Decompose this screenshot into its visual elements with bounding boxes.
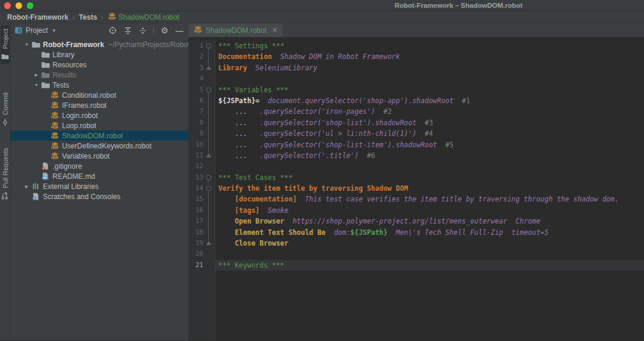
stripe-tab-pull-requests[interactable]: Pull Requests xyxy=(1,144,10,203)
tree-item-conditional-robot[interactable]: Conditional.robot xyxy=(11,90,188,100)
fold-gutter xyxy=(203,172,215,183)
code-text[interactable]: *** Test Cases *** xyxy=(215,172,644,183)
tree-chevron-icon[interactable]: ▼ xyxy=(23,42,31,46)
gitignore-icon xyxy=(41,162,50,171)
code-line-18[interactable]: 18 Element Text Should Be dom:${JSPath} … xyxy=(188,227,644,238)
line-number: 8 xyxy=(188,117,203,128)
tree-item-iframes-robot[interactable]: IFrames.robot xyxy=(11,100,188,110)
editor-body[interactable]: 1*** Settings ***2Documentation Shadow D… xyxy=(188,38,644,340)
code-line-10[interactable]: 10 ... .querySelector('shop-list-item').… xyxy=(188,140,644,150)
breadcrumb-tests[interactable]: Tests xyxy=(79,13,97,21)
code-text[interactable]: *** Variables *** xyxy=(215,85,644,95)
fold-end-icon[interactable] xyxy=(206,241,212,245)
code-text[interactable]: ${JSPath}= document.querySelector('shop-… xyxy=(215,95,644,106)
tree-item-results[interactable]: ▶Results xyxy=(11,70,188,80)
close-window-button[interactable] xyxy=(4,2,11,9)
close-tab-icon[interactable]: ✕ xyxy=(272,26,277,34)
expand-collapse-icon[interactable] xyxy=(138,26,147,35)
code-line-7[interactable]: 7 ... .querySelector('iron-pages') #2 xyxy=(188,106,644,117)
collapse-all-icon[interactable] xyxy=(123,26,132,35)
editor-empty-area[interactable] xyxy=(188,271,644,340)
code-text[interactable]: ... .querySelector('shop-list-item').sha… xyxy=(215,140,644,150)
code-text[interactable] xyxy=(215,161,644,172)
fold-start-icon[interactable] xyxy=(206,88,211,92)
code-text[interactable]: ... .querySelector('iron-pages') #2 xyxy=(215,106,644,117)
code-text[interactable] xyxy=(215,73,644,84)
code-line-16[interactable]: 16 [tags] Smoke xyxy=(188,205,644,216)
code-line-4[interactable]: 4 xyxy=(188,73,644,84)
settings-gear-icon[interactable]: ⚙ xyxy=(160,26,169,35)
tree-chevron-icon[interactable]: ▶ xyxy=(32,73,41,78)
editor-tab-shadowdom[interactable]: ShadowDOM.robot ✕ xyxy=(188,23,283,37)
stripe-tab-project[interactable]: Project xyxy=(1,25,10,64)
folder-icon xyxy=(41,50,50,60)
tree-chevron-icon[interactable]: ▼ xyxy=(32,83,41,87)
code-line-1[interactable]: 1*** Settings *** xyxy=(188,41,644,51)
fold-start-icon[interactable] xyxy=(206,175,211,180)
fold-gutter xyxy=(203,205,215,216)
fold-end-icon[interactable] xyxy=(206,154,212,157)
code-line-3[interactable]: 3Library SeleniumLibrary xyxy=(188,63,644,73)
fold-end-icon[interactable] xyxy=(206,66,212,70)
tree-item-label: Conditional.robot xyxy=(62,91,116,100)
code-line-5[interactable]: 5*** Variables *** xyxy=(188,85,644,95)
code-text[interactable]: *** Keywords *** xyxy=(215,260,644,271)
hide-icon[interactable]: — xyxy=(175,26,184,35)
tree-item-robot-framework[interactable]: ▼Robot-Framework~/PycharmProjects/Robot-… xyxy=(11,39,188,49)
code-text[interactable]: Verify the item title by traversing Shad… xyxy=(215,183,644,194)
tree-item-variables-robot[interactable]: Variables.robot xyxy=(11,151,188,161)
tree-item-resources[interactable]: Resources xyxy=(11,60,188,70)
breadcrumb-separator: › xyxy=(101,14,104,21)
code-text[interactable]: Open Browser https://shop.polymer-projec… xyxy=(215,216,644,227)
project-view-selector[interactable]: Project ▾ xyxy=(15,26,55,35)
code-line-14[interactable]: 14Verify the item title by traversing Sh… xyxy=(188,183,644,194)
tree-chevron-icon[interactable]: ▶ xyxy=(23,184,31,189)
tree-item-loop-robot[interactable]: Loop.robot xyxy=(11,120,188,131)
code-text[interactable]: [documentation] This test case verifies … xyxy=(215,194,644,204)
code-text[interactable]: *** Settings *** xyxy=(215,41,644,51)
code-text[interactable]: Library SeleniumLibrary xyxy=(215,63,644,73)
stripe-tab-commit[interactable]: Commit xyxy=(1,89,10,130)
code-text[interactable]: [tags] Smoke xyxy=(215,205,644,216)
code-text[interactable] xyxy=(215,249,644,259)
robot-icon xyxy=(50,111,60,120)
code-text[interactable]: Close Browser xyxy=(215,238,644,249)
tree-item-scratches-and-consoles[interactable]: Scratches and Consoles xyxy=(11,191,188,202)
minimize-window-button[interactable] xyxy=(16,2,22,9)
code-text[interactable]: Documentation Shadow DOM in Robot Framew… xyxy=(215,51,644,62)
code-line-12[interactable]: 12 xyxy=(188,161,644,172)
tree-item-shadowdom-robot[interactable]: ShadowDOM.robot xyxy=(11,131,188,141)
breadcrumb-project[interactable]: Robot-Framework xyxy=(7,13,69,21)
code-line-17[interactable]: 17 Open Browser https://shop.polymer-pro… xyxy=(188,216,644,227)
breadcrumb-file[interactable]: ShadowDOM.robot xyxy=(108,12,179,23)
code-line-15[interactable]: 15 [documentation] This test case verifi… xyxy=(188,194,644,204)
code-line-8[interactable]: 8 ... .querySelector('shop-list').shadow… xyxy=(188,117,644,128)
tree-item-tests[interactable]: ▼Tests xyxy=(11,80,188,90)
tree-item-readme-md[interactable]: MDREADME.md xyxy=(11,171,188,181)
code-text[interactable]: ... .querySelector('ul > li:nth-child(1)… xyxy=(215,128,644,139)
code-line-13[interactable]: 13*** Test Cases *** xyxy=(188,172,644,183)
code-line-21[interactable]: 21*** Keywords *** xyxy=(188,260,644,271)
code-line-19[interactable]: 19 Close Browser xyxy=(188,238,644,249)
tree-item-label: ShadowDOM.robot xyxy=(62,132,123,140)
tree-item-userdefinedkeywords-robot[interactable]: UserDefinedKeywords.robot xyxy=(11,141,188,151)
stripe-tab-label: Project xyxy=(2,29,9,49)
tree-item-external-libraries[interactable]: ▶External Libraries xyxy=(11,181,188,191)
code-line-20[interactable]: 20 xyxy=(188,249,644,259)
code-line-9[interactable]: 9 ... .querySelector('ul > li:nth-child(… xyxy=(188,128,644,139)
code-line-11[interactable]: 11 ... .querySelector('.title') #6 xyxy=(188,150,644,161)
locate-icon[interactable] xyxy=(109,26,117,35)
tree-item--gitignore[interactable]: .gitignore xyxy=(11,161,188,171)
tree-item-login-robot[interactable]: Login.robot xyxy=(11,110,188,120)
fold-start-icon[interactable] xyxy=(206,186,211,191)
code-text[interactable]: Element Text Should Be dom:${JSPath} Men… xyxy=(215,227,644,238)
code-text[interactable]: ... .querySelector('.title') #6 xyxy=(215,150,644,161)
code-line-2[interactable]: 2Documentation Shadow DOM in Robot Frame… xyxy=(188,51,644,62)
code-line-6[interactable]: 6${JSPath}= document.querySelector('shop… xyxy=(188,95,644,106)
code-text[interactable]: ... .querySelector('shop-list').shadowRo… xyxy=(215,117,644,128)
folder-icon xyxy=(41,80,50,90)
tree-item-library[interactable]: Library xyxy=(11,49,188,60)
zoom-window-button[interactable] xyxy=(27,2,33,9)
line-number: 3 xyxy=(188,63,203,73)
fold-start-icon[interactable] xyxy=(206,44,211,48)
